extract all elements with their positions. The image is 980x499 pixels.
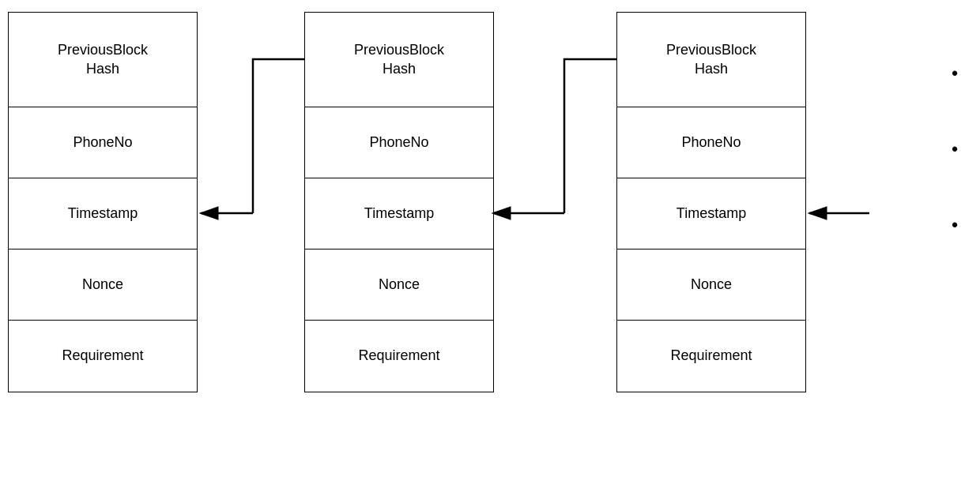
block1-nonce: Nonce [9, 250, 197, 321]
block1-phoneno: PhoneNo [9, 107, 197, 178]
block1-requirement: Requirement [9, 321, 197, 392]
block3-requirement: Requirement [617, 321, 805, 392]
continuation-dots: • • • [952, 63, 958, 235]
dot-2: • [952, 139, 958, 159]
block-2: PreviousBlock Hash PhoneNo Timestamp Non… [304, 12, 494, 392]
block3-prev-hash: PreviousBlock Hash [617, 13, 805, 107]
block2-requirement: Requirement [305, 321, 493, 392]
block2-phoneno: PhoneNo [305, 107, 493, 178]
block3-nonce: Nonce [617, 250, 805, 321]
dot-1: • [952, 63, 958, 84]
block3-timestamp: Timestamp [617, 178, 805, 250]
block1-timestamp: Timestamp [9, 178, 197, 250]
block3-phoneno: PhoneNo [617, 107, 805, 178]
block1-prev-hash: PreviousBlock Hash [9, 13, 197, 107]
block2-prev-hash: PreviousBlock Hash [305, 13, 493, 107]
block2-timestamp: Timestamp [305, 178, 493, 250]
block-1: PreviousBlock Hash PhoneNo Timestamp Non… [8, 12, 198, 392]
block-3: PreviousBlock Hash PhoneNo Timestamp Non… [616, 12, 806, 392]
block2-nonce: Nonce [305, 250, 493, 321]
dot-3: • [952, 215, 958, 235]
blockchain-diagram: PreviousBlock Hash PhoneNo Timestamp Non… [0, 0, 980, 499]
